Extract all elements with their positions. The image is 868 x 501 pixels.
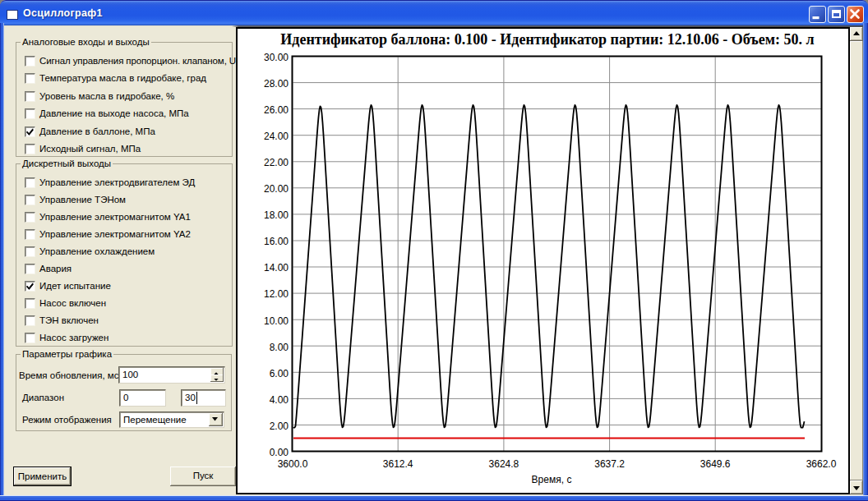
svg-text:14.00: 14.00 (264, 262, 289, 273)
svg-text:30.00: 30.00 (264, 52, 289, 63)
svg-text:3662.0: 3662.0 (806, 458, 837, 470)
svg-text:28.00: 28.00 (264, 78, 289, 90)
svg-text:4.00: 4.00 (270, 394, 289, 406)
svg-text:3637.2: 3637.2 (594, 458, 625, 470)
svg-text:3600.0: 3600.0 (278, 458, 308, 470)
svg-text:20.00: 20.00 (264, 183, 289, 195)
svg-text:2.00: 2.00 (270, 421, 289, 432)
svg-text:10.00: 10.00 (264, 315, 289, 327)
svg-text:12.00: 12.00 (264, 288, 289, 300)
svg-text:3624.8: 3624.8 (489, 458, 519, 470)
svg-text:3612.4: 3612.4 (383, 458, 413, 470)
svg-text:6.00: 6.00 (270, 368, 289, 379)
svg-text:Идентификатор баллона: 0.100 -: Идентификатор баллона: 0.100 - Идентифик… (280, 31, 814, 48)
svg-text:26.00: 26.00 (264, 104, 289, 116)
svg-text:0.00: 0.00 (270, 447, 289, 458)
svg-text:24.00: 24.00 (264, 131, 289, 142)
svg-text:18.00: 18.00 (264, 209, 289, 221)
svg-text:16.00: 16.00 (264, 236, 289, 247)
svg-text:22.00: 22.00 (264, 157, 289, 168)
svg-text:Время, с: Время, с (532, 474, 572, 485)
svg-text:8.00: 8.00 (270, 342, 289, 353)
svg-text:3649.6: 3649.6 (700, 458, 731, 470)
